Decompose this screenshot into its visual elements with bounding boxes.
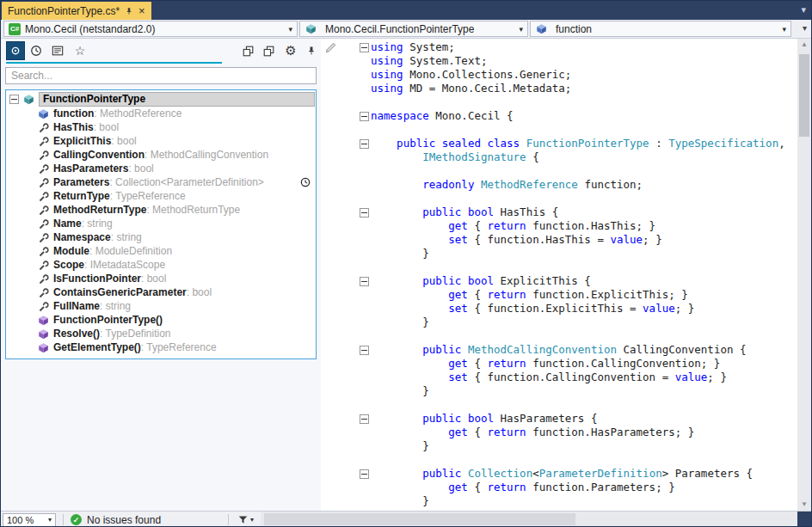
- member-name: MethodReturnType: [53, 204, 146, 216]
- outline-member-row[interactable]: MethodReturnType : MethodReturnType: [6, 203, 316, 217]
- vertical-scrollbar[interactable]: ▲ ▼: [797, 39, 811, 511]
- member-name: Name: [53, 218, 82, 230]
- property-icon: [37, 190, 50, 203]
- member-name: ContainsGenericParameter: [53, 286, 187, 298]
- zoom-level-select[interactable]: 100 % ▾: [3, 513, 56, 527]
- outline-root-row[interactable]: FunctionPointerType: [6, 91, 316, 107]
- favorites-button[interactable]: ☆: [71, 41, 89, 60]
- code-line: [321, 164, 799, 178]
- outline-member-row[interactable]: GetElementType() : TypeReference: [6, 340, 316, 354]
- code-line: }: [321, 384, 799, 398]
- horizontal-scrollbar[interactable]: [261, 512, 797, 527]
- scrollbar-thumb[interactable]: [799, 54, 809, 137]
- navbar-overflow-chevron-down-icon[interactable]: ▾: [803, 23, 807, 33]
- code-line: [321, 329, 799, 343]
- health-check-icon[interactable]: ✓: [71, 514, 82, 525]
- chevron-down-icon: ▾: [782, 25, 786, 34]
- project-dropdown-label: Mono.Cecil (netstandard2.0): [25, 23, 155, 35]
- fold-collapse-icon[interactable]: [360, 112, 369, 121]
- issues-filter-button[interactable]: ▾: [221, 514, 254, 525]
- tab-list-chevron-down-icon[interactable]: ▾: [801, 4, 806, 15]
- property-icon: [37, 176, 50, 189]
- member-type: : Collection<ParameterDefinition>: [109, 176, 263, 188]
- pin-panel-button[interactable]: [302, 41, 321, 60]
- outline-member-row[interactable]: Scope : IMetadataScope: [6, 258, 316, 272]
- close-icon[interactable]: ×: [138, 5, 145, 16]
- code-line: [321, 453, 799, 467]
- method-icon: [37, 314, 50, 327]
- fold-collapse-icon[interactable]: [360, 139, 369, 149]
- list-view-button[interactable]: [48, 41, 67, 60]
- outline-member-row[interactable]: FunctionPointerType(): [6, 313, 316, 327]
- outline-member-row[interactable]: Namespace : string: [6, 230, 316, 244]
- fold-collapse-icon[interactable]: [360, 414, 369, 424]
- property-icon: [37, 121, 50, 134]
- outline-member-row[interactable]: IsFunctionPointer : bool: [6, 272, 316, 285]
- code-line: set { function.HasThis = value; }: [321, 233, 799, 247]
- outline-member-row[interactable]: CallingConvention : MethodCallingConvent…: [6, 148, 316, 162]
- code-line: get { return function.HasParameters; }: [321, 426, 799, 439]
- member-name: function: [53, 107, 94, 119]
- property-icon: [37, 204, 50, 217]
- property-icon: [37, 218, 50, 230]
- chevron-down-icon: ▾: [250, 516, 254, 524]
- member-type: : MethodReference: [94, 107, 181, 119]
- member-name: FullName: [53, 300, 100, 312]
- outline-member-row[interactable]: ExplicitThis : bool: [6, 134, 316, 148]
- member-name: ReturnType: [53, 190, 110, 202]
- outline-member-row[interactable]: function : MethodReference: [6, 107, 316, 120]
- outline-member-row[interactable]: Name : string: [6, 217, 316, 230]
- outline-member-row[interactable]: Resolve() : TypeDefinition: [6, 327, 316, 340]
- project-dropdown[interactable]: C# Mono.Cecil (netstandard2.0) ▾: [3, 21, 298, 37]
- members-view-button[interactable]: [6, 41, 25, 60]
- editor-navigation-bar: C# Mono.Cecil (netstandard2.0) ▾ Mono.Ce…: [1, 20, 811, 39]
- zoom-level-label: 100 %: [7, 515, 34, 525]
- code-line: }: [321, 247, 799, 260]
- type-dropdown[interactable]: Mono.Cecil.FunctionPointerType ▾: [299, 21, 528, 37]
- code-line: public Collection<ParameterDefinition> P…: [321, 467, 799, 481]
- pin-icon[interactable]: [125, 7, 133, 15]
- settings-button[interactable]: ⚙: [281, 41, 300, 60]
- code-line: public bool HasParameters {: [321, 412, 799, 426]
- outline-member-row[interactable]: ReturnType : TypeReference: [6, 189, 316, 203]
- code-line: }: [321, 439, 799, 453]
- search-input[interactable]: [5, 67, 317, 84]
- scroll-up-icon[interactable]: ▲: [797, 39, 811, 51]
- member-dropdown[interactable]: function ▾: [530, 21, 791, 37]
- scroll-down-icon[interactable]: ▼: [797, 499, 811, 511]
- copy-icon: [263, 46, 274, 57]
- outline-member-row[interactable]: HasParameters : bool: [6, 162, 316, 175]
- outline-member-row[interactable]: Module : ModuleDefinition: [6, 244, 316, 258]
- code-line: set { function.CallingConvention = value…: [321, 371, 799, 384]
- scrollbar-thumb[interactable]: [264, 513, 575, 525]
- outline-member-row[interactable]: ContainsGenericParameter : bool: [6, 285, 316, 299]
- outline-member-row[interactable]: HasThis : bool: [6, 120, 316, 134]
- fold-collapse-icon[interactable]: [360, 469, 369, 479]
- code-line: using MD = Mono.Cecil.Metadata;: [321, 82, 799, 95]
- filter-funnel-icon: [238, 515, 248, 524]
- history-button[interactable]: [27, 41, 46, 60]
- list-icon: [52, 45, 64, 57]
- code-line: public sealed class FunctionPointerType …: [321, 137, 799, 150]
- fold-collapse-icon[interactable]: [360, 277, 369, 286]
- fold-collapse-icon[interactable]: [360, 346, 369, 355]
- code-line: get { return function.CallingConvention;…: [321, 357, 799, 371]
- active-document-tab[interactable]: FunctionPointerType.cs* ×: [2, 2, 151, 20]
- copy-button[interactable]: [238, 41, 257, 60]
- code-line: [321, 260, 799, 274]
- collapse-expander-icon[interactable]: [9, 95, 19, 104]
- member-name: FunctionPointerType(): [53, 314, 163, 326]
- member-name: IsFunctionPointer: [53, 273, 141, 285]
- code-editor[interactable]: using System;using System.Text;using Mon…: [321, 39, 799, 511]
- fold-collapse-icon[interactable]: [360, 208, 369, 218]
- class-icon: [304, 22, 317, 35]
- code-line: public bool ExplicitThis {: [321, 274, 799, 288]
- outline-member-row[interactable]: FullName : string: [6, 299, 316, 313]
- fold-collapse-icon[interactable]: [360, 43, 369, 52]
- duplicate-view-button[interactable]: [259, 41, 278, 60]
- document-tab-strip: FunctionPointerType.cs* × ▾: [1, 1, 811, 20]
- chevron-down-icon: ▾: [288, 25, 292, 34]
- outline-member-row[interactable]: Parameters : Collection<ParameterDefinit…: [6, 175, 316, 189]
- member-type: : MethodReturnType: [146, 204, 240, 216]
- property-icon: [37, 245, 50, 258]
